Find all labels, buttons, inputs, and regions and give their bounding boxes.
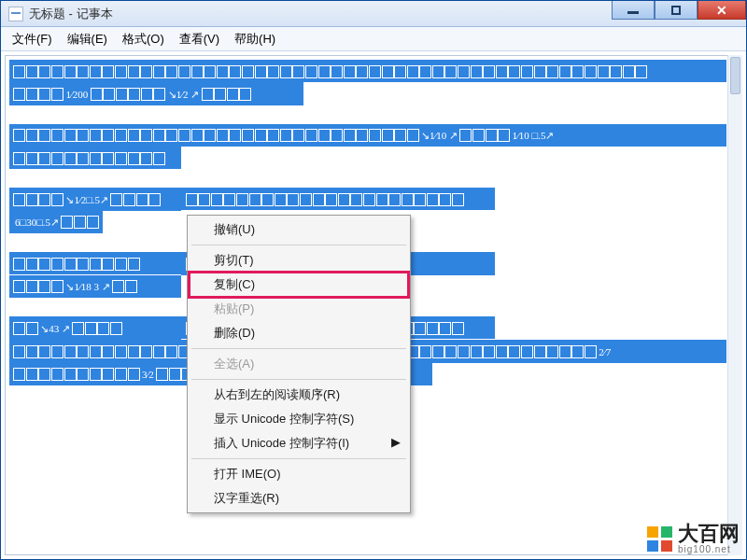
watermark-text: 大百网 big100.net (678, 524, 740, 554)
menu-help[interactable]: 帮助(H) (229, 28, 281, 50)
ctx-delete[interactable]: 删除(D) (190, 321, 408, 345)
ctx-separator (191, 348, 406, 349)
submenu-arrow-icon: ▶ (391, 435, 401, 449)
maximize-button[interactable] (655, 1, 698, 20)
window-controls: ✕ (612, 1, 746, 26)
menu-view[interactable]: 查看(V) (174, 28, 225, 50)
window-title: 无标题 - 记事本 (29, 6, 612, 22)
ctx-show-unicode[interactable]: 显示 Unicode 控制字符(S) (190, 407, 408, 431)
ctx-reconvert[interactable]: 汉字重选(R) (190, 486, 408, 511)
menu-format[interactable]: 格式(O) (117, 28, 170, 50)
ctx-separator (191, 458, 406, 459)
menu-file[interactable]: 文件(F) (7, 28, 58, 50)
context-menu: 撤销(U) 剪切(T) 复制(C) 粘贴(P) 删除(D) 全选(A) 从右到左… (187, 215, 411, 513)
ctx-rtl[interactable]: 从右到左的阅读顺序(R) (190, 383, 408, 407)
ctx-cut[interactable]: 剪切(T) (190, 248, 408, 273)
ctx-separator (191, 245, 406, 245)
menubar: 文件(F) 编辑(E) 格式(O) 查看(V) 帮助(H) (1, 27, 746, 51)
watermark-brand: 大百网 (678, 524, 740, 544)
close-button[interactable]: ✕ (698, 1, 746, 20)
ctx-separator (191, 379, 406, 380)
app-window: 无标题 - 记事本 ✕ 文件(F) 编辑(E) 格式(O) 查看(V) 帮助(H… (0, 0, 747, 560)
editor-area: 1⁄200↘1⁄2 ↗↘1⁄10 ↗1⁄10 □.5↗↘1⁄2□.5↗6□30□… (5, 55, 742, 555)
vertical-scrollbar[interactable] (727, 55, 742, 555)
ctx-copy[interactable]: 复制(C) (190, 273, 408, 297)
titlebar[interactable]: 无标题 - 记事本 ✕ (1, 1, 746, 27)
menu-edit[interactable]: 编辑(E) (62, 28, 113, 50)
ctx-insert-unicode[interactable]: 插入 Unicode 控制字符(I) ▶ (190, 431, 408, 455)
ctx-select-all: 全选(A) (190, 352, 408, 376)
minimize-button[interactable] (612, 1, 655, 20)
scrollbar-thumb[interactable] (730, 57, 740, 94)
watermark-logo-icon (647, 526, 672, 552)
ctx-undo[interactable]: 撤销(U) (190, 217, 408, 242)
ctx-insert-unicode-label: 插入 Unicode 控制字符(I) (214, 436, 349, 450)
notepad-icon (8, 7, 23, 21)
watermark: 大百网 big100.net (647, 524, 740, 554)
ctx-open-ime[interactable]: 打开 IME(O) (190, 462, 408, 486)
watermark-url: big100.net (678, 544, 740, 554)
ctx-paste: 粘贴(P) (190, 297, 408, 321)
